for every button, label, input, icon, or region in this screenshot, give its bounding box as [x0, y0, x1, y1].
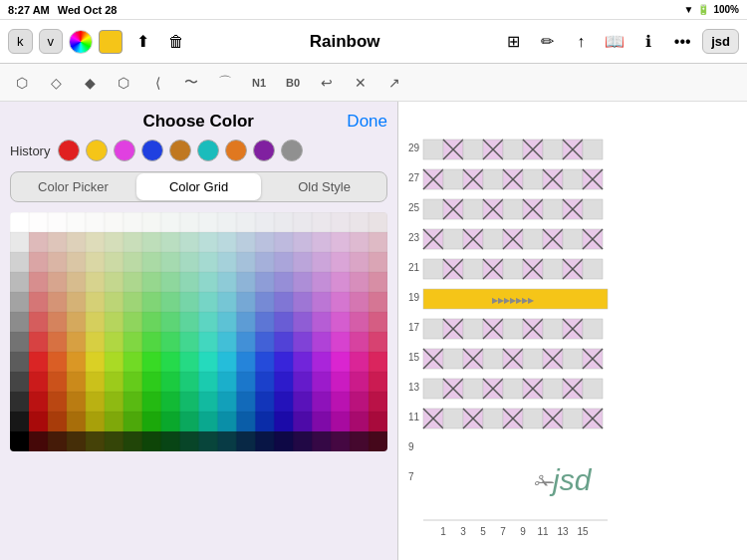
- grid-icon[interactable]: ⊞: [499, 28, 527, 56]
- tool-n1[interactable]: N1: [243, 67, 275, 99]
- delete-icon[interactable]: 🗑: [162, 28, 190, 56]
- svg-rect-28: [523, 169, 543, 189]
- svg-rect-76: [463, 259, 483, 279]
- bookmark-icon[interactable]: 📖: [601, 28, 628, 56]
- row-num-17: 17: [408, 322, 420, 333]
- tool-hex[interactable]: ⬡: [6, 67, 38, 99]
- svg-rect-111: [443, 349, 463, 369]
- svg-rect-95: [463, 319, 483, 339]
- chart-row-8: [423, 349, 603, 369]
- svg-rect-60: [483, 229, 503, 249]
- svg-rect-72: [423, 259, 443, 279]
- svg-text:1: 1: [440, 526, 446, 537]
- row-num-21: 21: [408, 262, 420, 273]
- row-num-15: 15: [408, 352, 420, 363]
- chart-row-9: [423, 379, 603, 399]
- history-swatch-yellow[interactable]: [86, 140, 108, 161]
- status-bar: 8:27 AM Wed Oct 28 ▼ 🔋 100%: [0, 0, 747, 20]
- history-swatch-orange[interactable]: [225, 140, 247, 161]
- svg-rect-32: [563, 169, 583, 189]
- svg-rect-135: [503, 379, 523, 399]
- main-content: Choose Color Done History Color Picker C…: [0, 102, 747, 560]
- row-num-13: 13: [408, 382, 420, 393]
- v-button[interactable]: v: [39, 29, 64, 54]
- seg-color-grid[interactable]: Color Grid: [136, 173, 261, 200]
- history-swatch-gray[interactable]: [281, 140, 303, 161]
- svg-rect-40: [463, 199, 483, 219]
- color-grid-canvas[interactable]: [10, 212, 387, 451]
- tool-cross[interactable]: ✕: [345, 67, 376, 99]
- k-button[interactable]: k: [8, 29, 33, 54]
- upload-icon[interactable]: ⬆: [128, 28, 156, 56]
- panel-header: Choose Color Done: [10, 112, 387, 132]
- info-icon[interactable]: ℹ: [634, 28, 662, 56]
- svg-rect-36: [423, 199, 443, 219]
- svg-rect-88: [583, 259, 603, 279]
- svg-rect-68: [563, 229, 583, 249]
- history-swatch-brown[interactable]: [169, 140, 191, 161]
- row-num-23: 23: [408, 232, 420, 243]
- history-swatch-purple[interactable]: [253, 140, 275, 161]
- chart-row-4: [423, 229, 603, 249]
- chart-row-10: [423, 409, 603, 428]
- main-toolbar: k v ⬆ 🗑 Rainbow ⊞ ✏ ↑ 📖 ℹ ••• jsd: [0, 20, 747, 64]
- done-button[interactable]: Done: [347, 112, 387, 132]
- status-left: 8:27 AM Wed Oct 28: [8, 4, 118, 16]
- svg-rect-84: [543, 259, 563, 279]
- svg-rect-12: [543, 140, 563, 159]
- svg-text:▶▶▶▶▶▶▶: ▶▶▶▶▶▶▶: [492, 296, 535, 305]
- svg-text:13: 13: [557, 526, 569, 537]
- svg-rect-115: [483, 349, 503, 369]
- svg-rect-4: [463, 140, 483, 159]
- tool-undo[interactable]: ↩: [311, 67, 343, 99]
- status-day: Wed Oct 28: [58, 4, 118, 16]
- history-swatch-magenta[interactable]: [114, 140, 135, 161]
- tool-arrow-left[interactable]: ⟨: [141, 67, 173, 99]
- svg-rect-147: [443, 409, 463, 428]
- chart-row-7: [423, 319, 603, 339]
- tool-arrow-diagonal[interactable]: ↗: [378, 67, 410, 99]
- svg-rect-159: [563, 409, 583, 428]
- share-icon[interactable]: ↑: [567, 28, 595, 56]
- history-label: History: [10, 143, 50, 158]
- history-swatch-blue[interactable]: [141, 140, 163, 161]
- history-swatch-teal[interactable]: [197, 140, 219, 161]
- seg-old-style[interactable]: Old Style: [262, 172, 386, 201]
- jsd-button[interactable]: jsd: [702, 29, 739, 54]
- history-row: History: [10, 140, 387, 161]
- tool-arc[interactable]: ⌒: [209, 67, 241, 99]
- chart-content: 29 27 25 23 21 19 17 15 13 11 9 7: [398, 102, 747, 560]
- svg-rect-119: [523, 349, 543, 369]
- svg-rect-0: [423, 140, 443, 159]
- row-num-27: 27: [408, 172, 420, 183]
- seg-color-picker[interactable]: Color Picker: [11, 172, 135, 201]
- chart-row-yellow: ▶▶▶▶▶▶▶: [423, 289, 608, 309]
- svg-rect-91: [423, 319, 443, 339]
- svg-rect-139: [543, 379, 563, 399]
- rainbow-icon[interactable]: [69, 30, 93, 54]
- tool-diamond-outline[interactable]: ◇: [40, 67, 72, 99]
- tool-hex2[interactable]: ⬡: [108, 67, 139, 99]
- toolbar-right: ⊞ ✏ ↑ 📖 ℹ ••• jsd: [499, 28, 739, 56]
- panel-title: Choose Color: [50, 112, 347, 132]
- svg-text:5: 5: [480, 526, 486, 537]
- row-num-7: 7: [408, 471, 414, 482]
- row-num-25: 25: [408, 202, 420, 213]
- svg-rect-16: [583, 140, 603, 159]
- knitting-chart-svg: 29 27 25 23 21 19 17 15 13 11 9 7: [398, 102, 747, 560]
- chart-row-1: [423, 140, 603, 159]
- history-swatch-red[interactable]: [58, 140, 80, 161]
- edit-icon[interactable]: ✏: [533, 28, 561, 56]
- chart-row-2: [423, 169, 603, 189]
- svg-rect-64: [523, 229, 543, 249]
- row-num-11: 11: [408, 412, 420, 422]
- color-swatch-yellow[interactable]: [99, 30, 123, 54]
- tool-wave[interactable]: 〜: [175, 67, 207, 99]
- more-icon[interactable]: •••: [668, 28, 696, 56]
- svg-text:15: 15: [577, 526, 589, 537]
- tool-diamond-fill[interactable]: ◆: [74, 67, 106, 99]
- color-picker-panel: Choose Color Done History Color Picker C…: [0, 102, 398, 560]
- svg-rect-99: [503, 319, 523, 339]
- svg-rect-24: [483, 169, 503, 189]
- tool-b0[interactable]: B0: [277, 67, 309, 99]
